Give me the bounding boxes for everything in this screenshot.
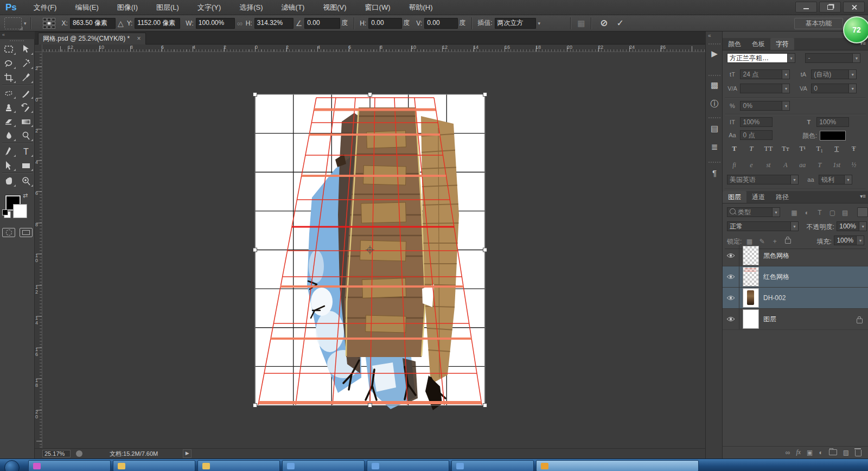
new-adjustment-layer-icon[interactable]: ◐ bbox=[819, 449, 822, 456]
link-dimensions-icon[interactable]: ∞ bbox=[237, 19, 242, 28]
fill-field[interactable]: 100% bbox=[834, 236, 857, 245]
w-input[interactable]: 100.00% bbox=[196, 18, 235, 29]
swash-button[interactable]: A bbox=[778, 160, 793, 170]
filter-type-layers-icon[interactable]: T bbox=[814, 209, 825, 217]
filter-shape-layers-icon[interactable]: ▢ bbox=[827, 209, 838, 217]
link-layers-icon[interactable]: ∞ bbox=[786, 449, 790, 456]
healing-brush-tool[interactable] bbox=[0, 86, 17, 100]
menu-item[interactable]: 帮助(H) bbox=[400, 0, 442, 15]
transform-tool-icon[interactable] bbox=[4, 17, 22, 29]
layer-row[interactable]: 图层 bbox=[723, 309, 868, 330]
screen-mode-button[interactable] bbox=[20, 228, 33, 237]
angle-input[interactable]: 0.00 bbox=[304, 18, 340, 29]
tracking-select[interactable]: 0 bbox=[811, 84, 849, 93]
subscript-button[interactable]: T₁ bbox=[812, 143, 827, 154]
kerning-select[interactable] bbox=[740, 84, 782, 93]
blur-tool[interactable] bbox=[0, 129, 17, 143]
background-color-swatch[interactable] bbox=[13, 204, 27, 218]
antialias-select[interactable]: 锐利 bbox=[819, 175, 845, 184]
interpolation-select[interactable]: 两次立方 bbox=[495, 18, 536, 29]
layer-thumbnail[interactable] bbox=[743, 267, 759, 287]
restore-button[interactable] bbox=[819, 2, 841, 12]
status-options-arrow[interactable]: ▶ bbox=[183, 449, 192, 458]
font-family-select[interactable]: 方正兰亭粗… bbox=[727, 53, 788, 63]
new-layer-icon[interactable]: ▨ bbox=[843, 449, 849, 456]
pen-tool[interactable] bbox=[0, 144, 17, 158]
visibility-toggle[interactable] bbox=[723, 245, 739, 266]
menu-item[interactable]: 选择(S) bbox=[230, 0, 272, 15]
taskbar-app-button[interactable] bbox=[367, 460, 449, 471]
layer-row[interactable]: 黑色网格 bbox=[723, 245, 868, 266]
default-colors-icon[interactable] bbox=[2, 209, 8, 215]
all-caps-button[interactable]: TT bbox=[761, 143, 776, 154]
shape-tool[interactable] bbox=[17, 158, 35, 173]
filter-toggle-switch[interactable] bbox=[857, 207, 868, 217]
minimize-button[interactable] bbox=[795, 2, 817, 12]
layer-row[interactable]: 红色网格 bbox=[723, 266, 868, 288]
faux-bold-button[interactable]: T bbox=[727, 143, 742, 154]
taskbar-app-button[interactable] bbox=[451, 460, 534, 471]
language-select[interactable]: 美国英语 bbox=[727, 175, 791, 184]
vskew-input[interactable]: 0.00 bbox=[424, 18, 458, 29]
ordinals-button[interactable]: 1st bbox=[829, 160, 844, 170]
font-family-caret-icon[interactable]: ▾ bbox=[787, 53, 795, 63]
warp-mode-icon[interactable]: ▦ bbox=[577, 18, 585, 28]
h-input[interactable]: 314.32% bbox=[254, 18, 293, 29]
notes-panel-icon[interactable]: ≣ bbox=[706, 140, 723, 154]
spacing-select[interactable]: 0% bbox=[740, 101, 782, 111]
hand-tool[interactable] bbox=[0, 174, 17, 188]
interpolation-caret-icon[interactable]: ▾ bbox=[538, 21, 541, 26]
info-panel-icon[interactable]: ⓘ bbox=[706, 97, 723, 111]
eyedropper-tool[interactable] bbox=[17, 71, 35, 85]
tab-layers[interactable]: 图层 bbox=[723, 191, 746, 203]
layer-name[interactable]: 图层 bbox=[763, 315, 854, 324]
faux-italic-button[interactable]: T bbox=[744, 143, 758, 154]
commit-transform-button[interactable]: ✓ bbox=[617, 18, 624, 28]
new-group-icon[interactable] bbox=[829, 449, 837, 455]
canvas-area[interactable] bbox=[42, 52, 705, 448]
stylistic-alternates-button[interactable]: aa bbox=[795, 160, 810, 170]
document-tab[interactable]: 网格.psd @ 25.2%(CMYK/8) * × bbox=[38, 33, 146, 45]
menu-item[interactable]: 滤镜(T) bbox=[272, 0, 314, 15]
cancel-transform-button[interactable]: ⊘ bbox=[600, 17, 608, 29]
layer-comps-panel-icon[interactable]: ▤ bbox=[706, 122, 723, 136]
crop-tool[interactable] bbox=[0, 71, 17, 85]
visibility-toggle[interactable] bbox=[723, 266, 739, 287]
underline-button[interactable]: T bbox=[829, 143, 844, 154]
menu-item[interactable]: 图像(I) bbox=[108, 0, 147, 15]
layer-name[interactable]: DH-002 bbox=[763, 294, 863, 302]
y-input[interactable]: 1152.00 像素 bbox=[135, 18, 180, 29]
history-brush-tool[interactable] bbox=[17, 100, 35, 114]
taskbar-app-button[interactable] bbox=[113, 460, 195, 471]
layer-thumbnail[interactable] bbox=[743, 309, 759, 329]
reference-point-grid[interactable] bbox=[43, 18, 55, 29]
tab-paths[interactable]: 路径 bbox=[770, 191, 794, 203]
filter-smart-objects-icon[interactable]: ▤ bbox=[840, 209, 850, 217]
start-button[interactable] bbox=[4, 460, 20, 471]
zoom-tool[interactable] bbox=[17, 174, 35, 188]
tool-preset-caret-icon[interactable]: ▾ bbox=[24, 21, 27, 26]
paragraph-panel-icon[interactable]: ¶ bbox=[706, 166, 723, 180]
menu-item[interactable]: 文件(F) bbox=[24, 0, 66, 15]
contextual-alternates-button[interactable]: e bbox=[744, 160, 758, 170]
layer-name[interactable]: 黑色网格 bbox=[763, 251, 863, 260]
hskew-input[interactable]: 0.00 bbox=[368, 18, 402, 29]
baseline-shift-field[interactable]: 0 点 bbox=[740, 130, 773, 140]
vertical-scale-field[interactable]: 100% bbox=[740, 117, 773, 127]
layer-row[interactable]: DH-002 bbox=[723, 288, 868, 309]
zoom-level-field[interactable]: 25.17% bbox=[42, 450, 71, 457]
layers-panel-menu-icon[interactable]: ▾≡ bbox=[860, 193, 866, 199]
toolbar-collapse-button[interactable]: « bbox=[0, 31, 35, 39]
system-speedup-ball[interactable]: 72 bbox=[843, 16, 868, 43]
taskbar-app-button[interactable] bbox=[28, 460, 111, 471]
lock-transparency-icon[interactable]: ▦ bbox=[744, 238, 755, 245]
font-size-select[interactable]: 24 点 bbox=[740, 69, 782, 79]
menu-item[interactable]: 窗口(W) bbox=[356, 0, 400, 15]
tab-close-icon[interactable]: × bbox=[137, 35, 141, 42]
ligatures-button[interactable]: fi bbox=[727, 160, 742, 170]
opacity-field[interactable]: 100% bbox=[837, 221, 859, 231]
menu-item[interactable]: 图层(L) bbox=[147, 0, 188, 15]
lasso-tool[interactable] bbox=[0, 56, 17, 71]
leading-select[interactable]: (自动) bbox=[811, 69, 849, 79]
text-color-swatch[interactable] bbox=[820, 131, 846, 141]
